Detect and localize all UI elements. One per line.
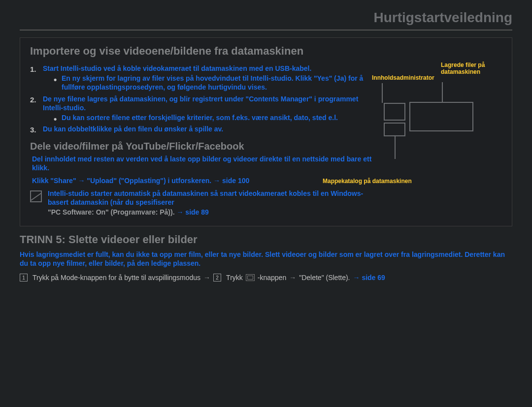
step-d: "Delete" (Slette). [299,274,350,282]
step-2-bullet: Du kan sortere filene etter forskjellige… [55,114,374,123]
label-folder-catalog: Mappekatalog på datamaskinen [323,178,412,185]
label-contents-admin: Innholdsadministrator [372,74,434,81]
arrow-icon: → [289,274,296,282]
label-saved-files: Lagrede filer på datamaskinen [441,62,505,75]
step-3: Du kan dobbeltklikke på den filen du øns… [30,125,374,134]
step-a: Trykk på Mode-knappen for å bytte til av… [33,274,200,282]
note-line1: Intelli-studio starter automatisk på dat… [48,189,374,207]
note-line2-pre: "PC Software: On" (Programvare: På)). [48,208,175,216]
share-body: Del innholdet med resten av verden ved å… [30,155,374,173]
note-row: Intelli-studio starter automatisk på dat… [30,189,374,217]
step-b: Trykk [226,274,243,282]
step-num-1-icon: 1 [20,274,28,282]
section2-page-ref: → side 69 [353,274,385,282]
section2-step-row: 1 Trykk på Mode-knappen for å bytte til … [20,274,512,282]
button-glyph-icon [246,274,255,281]
step-1: Start Intelli-studio ved å koble videoka… [30,64,374,92]
section2-body: Hvis lagringsmediet er fullt, kan du ikk… [20,250,512,268]
step-2: De nye filene lagres på datamaskinen, og… [30,95,374,123]
diagram-box [384,123,405,136]
page-title: Hurtigstartveiledning [20,10,512,26]
step-1-text: Start Intelli-studio ved å koble videoka… [43,64,311,72]
step-3-text: Du kan dobbeltklikke på den filen du øns… [43,125,223,133]
step-list: Start Intelli-studio ved å koble videoka… [30,64,374,134]
arrow-icon: → [203,274,210,282]
section1-title: Importere og vise videoene/bildene fra d… [30,45,502,58]
diagram-line [382,83,383,103]
diagram-line [395,136,396,159]
note-page-ref: → side 89 [176,208,208,216]
share-title: Dele video/filmer på YouTube/Flickr/Face… [30,141,374,152]
import-section: Importere og vise videoene/bildene fra d… [20,37,512,226]
step-num-2-icon: 2 [213,274,221,282]
step-1-bullet: En ny skjerm for lagring av filer vises … [55,74,374,92]
diagram-box [384,103,405,121]
divider [20,30,512,31]
software-diagram: Innholdsadministrator Lagrede filer på d… [377,63,505,182]
step-c: -knappen [258,274,286,282]
section2-title: TRINN 5: Slette videoer eller bilder [20,233,512,246]
diagram-box [409,102,473,131]
delete-section: TRINN 5: Slette videoer eller bilder Hvi… [20,233,512,282]
note-icon [30,190,42,202]
diagram-line [442,82,443,102]
step-2-text: De nye filene lagres på datamaskinen, og… [43,95,358,112]
